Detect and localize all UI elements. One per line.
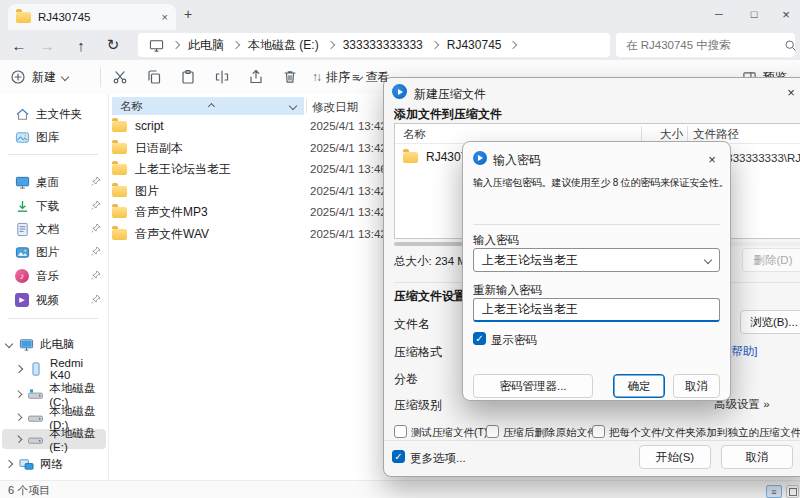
expander-right-icon[interactable] (15, 435, 23, 443)
show-password-checkbox[interactable]: ✓ (473, 332, 486, 345)
expander-right-icon[interactable] (15, 390, 23, 398)
paste-button[interactable] (180, 66, 196, 88)
sidebar-item-music[interactable]: ♪ 音乐 (2, 266, 106, 286)
back-icon[interactable]: ← (8, 34, 30, 56)
rename-button[interactable] (214, 66, 230, 88)
details-view-toggle[interactable]: ≡ (766, 485, 782, 498)
share-button[interactable] (248, 66, 264, 88)
breadcrumb-separator-icon (172, 41, 180, 49)
column-filter-icon[interactable] (289, 102, 297, 110)
dialog-close-icon[interactable]: × (782, 83, 800, 101)
sidebar-item-network[interactable]: 网络 (2, 454, 106, 474)
test-archive-checkbox[interactable] (394, 425, 407, 438)
pin-icon (91, 270, 101, 282)
delete-file-button[interactable]: 删除(D) (742, 248, 800, 272)
sidebar-item-this-pc[interactable]: 此电脑 (2, 334, 106, 354)
password-dialog: 输入密码 × 输入压缩包密码。建议使用至少 8 位的密码来保证安全性。 输入密码… (462, 141, 731, 401)
delete-button[interactable] (282, 66, 298, 88)
expander-right-icon[interactable] (5, 460, 13, 468)
folder-icon (112, 207, 127, 218)
expander-down-icon[interactable] (5, 340, 13, 348)
breadcrumb-folder[interactable]: 333333333333 (343, 38, 423, 52)
archive-cancel-button[interactable]: 取消 (721, 445, 793, 469)
new-tab-button[interactable]: + (184, 6, 192, 22)
maximize-button[interactable]: □ (741, 2, 767, 26)
forward-icon[interactable]: → (36, 34, 58, 56)
password-manager-button[interactable]: 密码管理器... (473, 374, 593, 398)
help-link[interactable]: [帮助] (728, 344, 757, 359)
rename-icon (214, 69, 230, 85)
sidebar-item-downloads[interactable]: 下载 (2, 196, 106, 216)
list-column-name[interactable]: 名称 (403, 127, 426, 142)
refresh-icon[interactable]: ↻ (102, 34, 124, 56)
folder-icon (403, 152, 418, 163)
password-combobox[interactable]: 上老王论坛当老王 (473, 248, 720, 272)
sidebar-item-documents[interactable]: 文档 (2, 219, 106, 239)
sidebar-item-home[interactable]: 主文件夹 (2, 104, 106, 124)
sidebar-item-drive-d[interactable]: 本地磁盘 (D:) (2, 407, 106, 427)
desktop-icon (14, 174, 30, 190)
sidebar-item-pictures[interactable]: 图片 (2, 242, 106, 262)
minimize-button[interactable]: ─ (706, 2, 732, 26)
password-dialog-close-icon[interactable]: × (703, 150, 721, 168)
confirm-password-input[interactable] (473, 298, 720, 322)
app-icon (392, 84, 407, 99)
expander-right-icon[interactable] (15, 365, 23, 373)
expander-right-icon[interactable] (15, 413, 23, 421)
file-date: 2025/4/1 13:46 (310, 163, 387, 175)
status-bar (0, 480, 800, 498)
sidebar-item-drive-c[interactable]: 本地磁盘 (C:) (2, 384, 106, 404)
file-date: 2025/4/1 13:42 (310, 142, 387, 154)
breadcrumb-this-pc[interactable]: 此电脑 (188, 37, 224, 54)
breadcrumb-current[interactable]: RJ430745 (447, 38, 502, 52)
breadcrumb[interactable]: 此电脑 本地磁盘 (E:) 333333333333 RJ430745 (138, 33, 610, 57)
toolbar-divider (100, 67, 101, 87)
sidebar-item-desktop[interactable]: 桌面 (2, 172, 106, 192)
sidebar-item-drive-e[interactable]: 本地磁盘 (E:) (2, 429, 106, 449)
file-date: 2025/4/1 13:42 (310, 120, 387, 132)
cut-button[interactable] (112, 66, 128, 88)
paste-icon (180, 69, 196, 85)
sidebar-item-gallery[interactable]: 图库 (2, 127, 106, 147)
new-button[interactable]: 新建 (10, 66, 68, 88)
settings-heading: 压缩文件设置 (394, 288, 466, 305)
thumbnail-view-toggle[interactable] (786, 485, 799, 498)
list-column-size[interactable]: 大小 (647, 127, 683, 142)
explorer-tab[interactable]: RJ430745 × (8, 4, 176, 30)
cut-icon (112, 69, 128, 85)
file-date: 2025/4/1 13:42 (310, 228, 387, 240)
window-close-button[interactable]: × (773, 2, 799, 26)
more-options-checkbox[interactable]: ✓ (392, 450, 405, 463)
file-date: 2025/4/1 13:42 (310, 206, 387, 218)
search-input[interactable] (624, 38, 782, 52)
breadcrumb-separator-icon (431, 41, 439, 49)
column-header-name[interactable]: 名称 (112, 97, 304, 115)
sidebar-item-videos[interactable]: ▶ 视频 (2, 290, 106, 310)
combobox-dropdown-icon[interactable] (704, 256, 712, 264)
column-header-date[interactable]: 修改日期 (312, 100, 358, 115)
breadcrumb-separator-icon (232, 41, 240, 49)
password-cancel-button[interactable]: 取消 (673, 374, 720, 398)
copy-button[interactable] (146, 66, 162, 88)
sidebar-item-redmi-k40[interactable]: Redmi K40 (2, 359, 106, 379)
pin-icon (91, 294, 101, 306)
ok-button[interactable]: 确定 (613, 374, 665, 398)
tab-close-icon[interactable]: × (162, 11, 168, 23)
browse-button[interactable]: 浏览(B)... (740, 310, 800, 334)
tab-title: RJ430745 (38, 11, 155, 23)
up-icon[interactable]: ↑ (70, 34, 92, 56)
dialog-title: 新建压缩文件 (414, 86, 486, 103)
column-divider[interactable] (306, 99, 307, 113)
view-button[interactable]: ≡ 查看 (352, 66, 390, 88)
title-bar: RJ430745 × + ─ □ × (0, 0, 800, 30)
sidebar-divider (8, 154, 98, 155)
gallery-icon (14, 129, 30, 145)
breadcrumb-drive-e[interactable]: 本地磁盘 (E:) (248, 37, 319, 54)
list-column-path[interactable]: 文件路径 (693, 127, 739, 142)
search-box[interactable] (616, 33, 795, 57)
breadcrumb-separator-icon (509, 41, 517, 49)
folder-icon (112, 164, 127, 175)
separate-archives-checkbox[interactable] (592, 425, 605, 438)
delete-after-checkbox[interactable] (486, 425, 499, 438)
start-button[interactable]: 开始(S) (639, 445, 711, 469)
